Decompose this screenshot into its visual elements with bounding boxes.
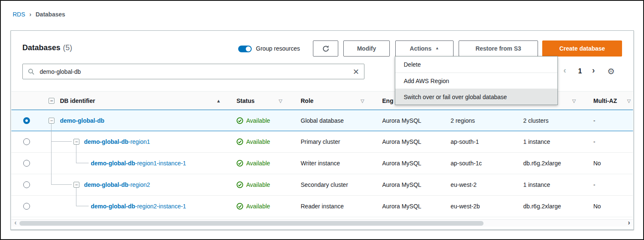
- menu-item-switch-over-fail-over[interactable]: Switch over or fail over global database: [395, 89, 557, 105]
- region-cell: eu-west-2: [451, 174, 476, 195]
- sort-asc-icon[interactable]: ▲: [216, 92, 221, 110]
- role-cell: Global database: [301, 110, 344, 131]
- modify-button[interactable]: Modify: [343, 40, 390, 57]
- multi-az-cell: -: [593, 110, 595, 131]
- role-cell: Primary cluster: [301, 131, 340, 152]
- engine-cell: Aurora MySQL: [382, 110, 421, 131]
- row-radio[interactable]: [23, 160, 30, 167]
- caret-up-icon: ▲: [435, 46, 439, 50]
- actions-button[interactable]: Actions ▲: [395, 40, 454, 57]
- region-cell: ap-south-1c: [451, 153, 482, 174]
- pagination-prev[interactable]: ‹: [563, 65, 566, 75]
- available-check-icon: [236, 203, 243, 210]
- row-radio-selected[interactable]: [23, 117, 30, 124]
- scroll-right-icon[interactable]: ›: [628, 219, 630, 226]
- available-check-icon: [236, 181, 243, 188]
- group-resources-label: Group resources: [256, 45, 300, 52]
- create-database-button[interactable]: Create database: [542, 40, 622, 57]
- table-row[interactable]: − demo-global-db Available Global databa…: [11, 110, 633, 131]
- size-cell: db.r6g.2xlarge: [523, 153, 561, 174]
- panel-title: Databases(5): [22, 43, 72, 52]
- status-cell: Available: [236, 196, 270, 217]
- breadcrumb: RDS › Databases: [13, 11, 65, 18]
- scrollbar-thumb[interactable]: [19, 221, 484, 226]
- sort-icon-role[interactable]: ▽: [361, 92, 364, 110]
- size-cell: 1 instance: [523, 131, 550, 152]
- search-icon: [28, 68, 35, 75]
- table-row[interactable]: demo-global-db-region1-instance-1 Availa…: [11, 153, 633, 174]
- pagination-page[interactable]: 1: [578, 67, 582, 75]
- role-cell: Secondary cluster: [301, 174, 348, 195]
- engine-cell: Aurora MySQL: [382, 174, 421, 195]
- region-cell: 2 regions: [451, 110, 475, 131]
- breadcrumb-separator-icon: ›: [30, 11, 32, 18]
- multi-az-cell: -: [593, 131, 595, 152]
- multi-az-cell: No: [593, 196, 601, 217]
- actions-dropdown-menu: Delete Add AWS Region Switch over or fai…: [395, 56, 558, 105]
- available-check-icon: [236, 117, 243, 124]
- header-multi-az[interactable]: Multi-AZ: [593, 92, 617, 110]
- header-role[interactable]: Role: [301, 92, 313, 110]
- available-check-icon: [236, 160, 243, 167]
- region-cell: ap-south-1: [451, 131, 479, 152]
- breadcrumb-rds-link[interactable]: RDS: [13, 11, 25, 18]
- table-row[interactable]: demo-global-db-region2-instance-1 Availa…: [11, 196, 633, 217]
- db-identifier-link[interactable]: demo-global-db-region2-instance-1: [91, 196, 186, 217]
- header-db-identifier[interactable]: DB identifier: [60, 92, 95, 110]
- row-radio[interactable]: [23, 181, 30, 188]
- menu-item-add-aws-region[interactable]: Add AWS Region: [395, 73, 557, 89]
- engine-cell: Aurora MySQL: [382, 153, 421, 174]
- status-cell: Available: [236, 110, 270, 131]
- panel-count: (5): [63, 43, 72, 52]
- actions-button-label: Actions: [410, 45, 431, 52]
- size-cell: 2 clusters: [523, 110, 549, 131]
- clear-search-icon[interactable]: ×: [353, 67, 359, 77]
- refresh-icon: [322, 45, 329, 52]
- sort-icon-status[interactable]: ▽: [279, 92, 282, 110]
- available-check-icon: [236, 138, 243, 145]
- engine-cell: Aurora MySQL: [382, 131, 421, 152]
- pagination-next[interactable]: ›: [592, 65, 595, 75]
- db-identifier-link[interactable]: demo-global-db: [60, 110, 104, 131]
- panel-title-text: Databases: [22, 43, 60, 52]
- menu-item-delete[interactable]: Delete: [395, 57, 557, 73]
- sort-icon-hidden-column[interactable]: ▽: [572, 92, 576, 110]
- status-cell: Available: [236, 174, 270, 195]
- settings-gear-icon[interactable]: ⚙: [607, 66, 615, 76]
- role-cell: Writer instance: [301, 153, 340, 174]
- region-cell: eu-west-2b: [451, 196, 480, 217]
- breadcrumb-current: Databases: [35, 11, 65, 18]
- multi-az-cell: -: [593, 174, 595, 195]
- size-cell: db.r6g.2xlarge: [523, 196, 561, 217]
- row-radio[interactable]: [23, 203, 30, 210]
- refresh-button[interactable]: [313, 40, 338, 57]
- size-cell: 1 instance: [523, 174, 550, 195]
- db-identifier-link[interactable]: demo-global-db-region1-instance-1: [91, 153, 186, 174]
- table-row[interactable]: − demo-global-db-region2 Available Secon…: [11, 174, 633, 196]
- search-input[interactable]: [39, 68, 353, 76]
- table-row[interactable]: − demo-global-db-region1 Available Prima…: [11, 131, 633, 153]
- database-filter: ×: [22, 64, 364, 79]
- toggle-knob: [246, 46, 251, 51]
- collapse-toggle-icon[interactable]: −: [73, 182, 79, 188]
- role-cell: Reader instance: [301, 196, 344, 217]
- collapse-toggle-icon[interactable]: −: [49, 118, 54, 124]
- restore-from-s3-button[interactable]: Restore from S3: [459, 40, 538, 57]
- group-resources-toggle[interactable]: [238, 46, 252, 52]
- row-radio[interactable]: [23, 138, 30, 145]
- header-status[interactable]: Status: [236, 92, 255, 110]
- sort-icon-multi-az[interactable]: ▽: [627, 92, 630, 110]
- header-engine[interactable]: Eng: [382, 92, 393, 110]
- status-cell: Available: [236, 131, 270, 152]
- multi-az-cell: No: [593, 153, 601, 174]
- collapse-toggle-icon[interactable]: −: [73, 139, 79, 145]
- horizontal-scrollbar[interactable]: ‹ ›: [11, 219, 633, 227]
- engine-cell: Aurora MySQL: [382, 196, 421, 217]
- status-cell: Available: [236, 153, 270, 174]
- db-identifier-link[interactable]: demo-global-db-region2: [84, 174, 150, 195]
- collapse-all-icon[interactable]: −: [49, 98, 54, 104]
- db-identifier-link[interactable]: demo-global-db-region1: [84, 131, 150, 152]
- scroll-left-icon[interactable]: ‹: [14, 219, 16, 226]
